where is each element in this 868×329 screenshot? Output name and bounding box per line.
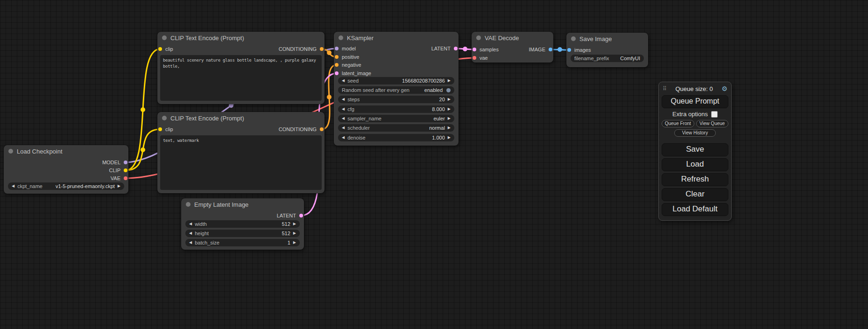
increment-arrow-icon[interactable]: ▶ [448, 96, 451, 103]
widget-scheduler[interactable]: ◀ scheduler normal ▶ [338, 124, 454, 132]
decrement-arrow-icon[interactable]: ◀ [189, 220, 192, 228]
prompt-textarea[interactable]: beautiful scenery nature glass bottle la… [160, 55, 322, 101]
increment-arrow-icon[interactable]: ▶ [448, 115, 451, 122]
increment-arrow-icon[interactable]: ▶ [293, 220, 296, 228]
widget-cfg[interactable]: ◀ cfg 8.000 ▶ [338, 105, 454, 113]
node-save-image[interactable]: Save Image images filename_prefix ComfyU… [566, 33, 648, 67]
queue-front-button[interactable]: Queue Front [662, 120, 694, 127]
increment-arrow-icon[interactable]: ▶ [293, 239, 296, 246]
extra-options-checkbox[interactable] [711, 111, 718, 118]
decrement-arrow-icon[interactable]: ◀ [12, 182, 14, 190]
decrement-arrow-icon[interactable]: ◀ [342, 77, 345, 84]
slot-dot[interactable] [473, 48, 476, 51]
slot-output-clip[interactable]: CLIP [109, 167, 128, 174]
slot-dot[interactable] [335, 63, 339, 67]
increment-arrow-icon[interactable]: ▶ [118, 182, 120, 190]
slot-dot[interactable] [124, 161, 127, 164]
increment-arrow-icon[interactable]: ▶ [448, 124, 451, 132]
slot-dot[interactable] [124, 176, 127, 180]
increment-arrow-icon[interactable]: ▶ [448, 105, 451, 113]
increment-arrow-icon[interactable]: ▶ [448, 77, 451, 84]
node-title-bar[interactable]: VAE Decode [472, 32, 553, 44]
slot-output-vae[interactable]: VAE [111, 175, 128, 182]
graph-canvas[interactable]: Load Checkpoint MODEL CLIP VAE ◀ ckpt_na… [0, 0, 868, 329]
slot-output-model[interactable]: MODEL [102, 159, 128, 166]
slot-output-conditioning[interactable]: CONDITIONING [279, 126, 325, 133]
collapse-dot-icon[interactable] [571, 36, 576, 41]
decrement-arrow-icon[interactable]: ◀ [342, 96, 345, 103]
clear-button[interactable]: Clear [662, 188, 728, 201]
slot-input-latent-image[interactable]: latent_image [334, 70, 371, 77]
widget-batch-size[interactable]: ◀ batch_size 1 ▶ [185, 239, 300, 246]
prompt-textarea[interactable]: text, watermark [160, 135, 322, 190]
collapse-dot-icon[interactable] [8, 149, 13, 154]
slot-input-positive[interactable]: positive [334, 53, 359, 61]
decrement-arrow-icon[interactable]: ◀ [342, 105, 345, 113]
load-default-button[interactable]: Load Default [662, 203, 728, 216]
decrement-arrow-icon[interactable]: ◀ [189, 230, 192, 237]
widget-filename-prefix[interactable]: filename_prefix ComfyUI [571, 55, 644, 62]
slot-dot[interactable] [549, 48, 552, 51]
slot-input-negative[interactable]: negative [334, 61, 361, 69]
widget-seed[interactable]: ◀ seed 156680208700286 ▶ [338, 77, 454, 84]
slot-dot[interactable] [320, 127, 324, 131]
increment-arrow-icon[interactable]: ▶ [293, 230, 296, 237]
collapse-dot-icon[interactable] [339, 35, 343, 40]
refresh-button[interactable]: Refresh [662, 173, 728, 186]
node-title-bar[interactable]: Save Image [566, 33, 648, 45]
collapse-dot-icon[interactable] [186, 202, 191, 207]
slot-input-model[interactable]: model [334, 45, 356, 52]
slot-dot[interactable] [335, 71, 339, 75]
widget-steps[interactable]: ◀ steps 20 ▶ [338, 96, 454, 103]
slot-dot[interactable] [124, 168, 127, 172]
collapse-dot-icon[interactable] [162, 35, 167, 40]
widget-width[interactable]: ◀ width 512 ▶ [185, 220, 300, 228]
slot-dot[interactable] [454, 47, 458, 50]
slot-output-conditioning[interactable]: CONDITIONING [279, 45, 325, 53]
slot-dot[interactable] [320, 47, 324, 51]
node-load-checkpoint[interactable]: Load Checkpoint MODEL CLIP VAE ◀ ckpt_na… [4, 145, 128, 194]
slot-input-samples[interactable]: samples [472, 46, 499, 53]
decrement-arrow-icon[interactable]: ◀ [342, 124, 345, 132]
drag-handle-icon[interactable]: ⠿ [663, 85, 667, 92]
node-clip-text-encode-positive[interactable]: CLIP Text Encode (Prompt) clip CONDITION… [157, 32, 325, 104]
slot-dot[interactable] [335, 47, 339, 50]
slot-dot[interactable] [567, 48, 571, 52]
increment-arrow-icon[interactable]: ▶ [448, 134, 451, 141]
slot-input-images[interactable]: images [566, 46, 591, 54]
slot-dot[interactable] [158, 47, 162, 51]
node-title-bar[interactable]: CLIP Text Encode (Prompt) [157, 112, 325, 124]
save-button[interactable]: Save [662, 143, 728, 156]
widget-sampler-name[interactable]: ◀ sampler_name euler ▶ [338, 115, 454, 122]
slot-output-image[interactable]: IMAGE [529, 46, 553, 53]
widget-ckpt-name[interactable]: ◀ ckpt_name v1-5-pruned-emaonly.ckpt ▶ [8, 182, 124, 190]
slot-input-clip[interactable]: clip [157, 45, 173, 53]
slot-dot[interactable] [473, 56, 476, 60]
slot-dot[interactable] [299, 214, 303, 217]
node-title-bar[interactable]: CLIP Text Encode (Prompt) [157, 32, 325, 44]
widget-random-seed-toggle[interactable]: Random seed after every gen enabled [338, 86, 454, 94]
collapse-dot-icon[interactable] [162, 116, 167, 120]
decrement-arrow-icon[interactable]: ◀ [342, 134, 345, 141]
toggle-indicator-icon[interactable] [446, 88, 451, 92]
widget-denoise[interactable]: ◀ denoise 1.000 ▶ [338, 134, 454, 141]
collapse-dot-icon[interactable] [476, 35, 481, 40]
settings-gear-icon[interactable]: ⚙ [721, 85, 727, 92]
slot-input-vae[interactable]: vae [472, 54, 488, 62]
node-title-bar[interactable]: Empty Latent Image [181, 198, 304, 210]
load-button[interactable]: Load [662, 158, 728, 171]
slot-dot[interactable] [335, 55, 339, 59]
slot-output-latent[interactable]: LATENT [431, 45, 459, 52]
view-history-button[interactable]: View History [674, 129, 716, 137]
node-clip-text-encode-negative[interactable]: CLIP Text Encode (Prompt) clip CONDITION… [157, 112, 325, 193]
slot-input-clip[interactable]: clip [157, 126, 173, 133]
node-vae-decode[interactable]: VAE Decode samples IMAGE vae [472, 32, 553, 63]
slot-dot[interactable] [158, 127, 162, 131]
decrement-arrow-icon[interactable]: ◀ [342, 115, 345, 122]
node-title-bar[interactable]: KSampler [334, 32, 459, 44]
node-empty-latent-image[interactable]: Empty Latent Image LATENT ◀ width 512 ▶ … [181, 198, 304, 250]
node-ksampler[interactable]: KSampler model LATENT positive negative … [334, 32, 459, 146]
slot-output-latent[interactable]: LATENT [277, 212, 304, 219]
decrement-arrow-icon[interactable]: ◀ [189, 239, 192, 246]
widget-height[interactable]: ◀ height 512 ▶ [185, 230, 300, 237]
